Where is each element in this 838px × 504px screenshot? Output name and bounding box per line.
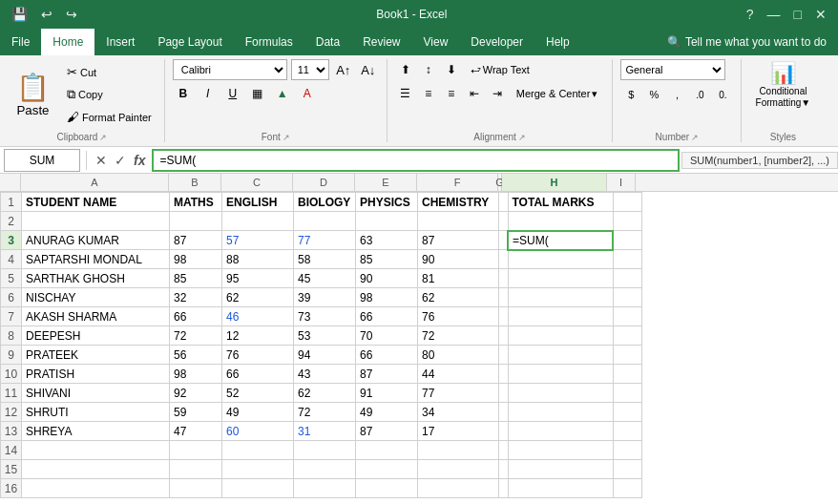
cell-H10[interactable] [508, 365, 613, 384]
decrease-decimal-button[interactable]: 0. [712, 84, 733, 105]
menu-view[interactable]: View [412, 29, 460, 55]
maximize-button[interactable]: □ [790, 5, 806, 24]
menu-developer[interactable]: Developer [459, 29, 534, 55]
col-header-d[interactable]: D [293, 174, 355, 191]
menu-data[interactable]: Data [304, 29, 351, 55]
cell-C13[interactable]: 60 [222, 422, 294, 441]
cell-C9[interactable]: 76 [222, 346, 294, 365]
font-name-select[interactable]: Calibri [173, 59, 287, 80]
cell-C16[interactable] [222, 479, 294, 498]
menu-search[interactable]: 🔍 Tell me what you want to do [656, 29, 838, 55]
cell-E8[interactable]: 70 [356, 326, 418, 346]
cell-B12[interactable]: 59 [170, 403, 222, 422]
cell-E16[interactable] [356, 479, 418, 498]
cell-B9[interactable]: 56 [170, 346, 222, 365]
cancel-formula-button[interactable]: ✕ [93, 151, 110, 170]
cell-D12[interactable]: 72 [294, 403, 356, 422]
cell-A11[interactable]: SHIVANI [22, 384, 170, 403]
align-bottom-button[interactable]: ⬇ [441, 59, 462, 80]
cell-E13[interactable]: 87 [356, 422, 418, 441]
cell-C11[interactable]: 52 [222, 384, 294, 403]
cell-A3[interactable]: ANURAG KUMAR [22, 231, 170, 250]
cell-F5[interactable]: 81 [418, 269, 499, 288]
cell-D11[interactable]: 62 [294, 384, 356, 403]
cell-I12[interactable] [613, 403, 641, 422]
cell-E11[interactable]: 91 [356, 384, 418, 403]
cell-B7[interactable]: 66 [170, 307, 222, 326]
cell-H14[interactable] [508, 441, 613, 460]
cell-E12[interactable]: 49 [356, 403, 418, 422]
cell-I10[interactable] [613, 365, 641, 384]
cell-G8[interactable] [499, 326, 509, 346]
cell-C15[interactable] [222, 460, 294, 479]
cell-H16[interactable] [508, 479, 613, 498]
font-expand-icon[interactable]: ↗ [283, 133, 290, 142]
cell-I15[interactable] [613, 460, 641, 479]
cell-H1[interactable]: TOTAL MARKS [508, 193, 613, 212]
align-middle-button[interactable]: ↕ [418, 59, 439, 80]
cell-C8[interactable]: 12 [222, 326, 294, 346]
format-painter-button[interactable]: 🖌 Format Painter [62, 107, 157, 127]
cell-I4[interactable] [613, 250, 641, 269]
cell-G14[interactable] [499, 441, 509, 460]
cell-I1[interactable] [613, 193, 641, 212]
cell-B8[interactable]: 72 [170, 326, 222, 346]
cell-E3[interactable]: 63 [356, 231, 418, 250]
increase-decimal-button[interactable]: .0 [689, 84, 710, 105]
menu-help[interactable]: Help [534, 29, 581, 55]
cell-F11[interactable]: 77 [418, 384, 499, 403]
cell-A16[interactable] [22, 479, 170, 498]
cell-C2[interactable] [222, 212, 294, 231]
cell-G13[interactable] [499, 422, 509, 441]
cell-D1[interactable]: BIOLOGY [294, 193, 356, 212]
cell-D3[interactable]: 77 [294, 231, 356, 250]
cell-B13[interactable]: 47 [170, 422, 222, 441]
cell-C7[interactable]: 46 [222, 307, 294, 326]
border-button[interactable]: ▦ [247, 83, 268, 104]
cell-F7[interactable]: 76 [418, 307, 499, 326]
cell-I11[interactable] [613, 384, 641, 403]
menu-formulas[interactable]: Formulas [234, 29, 304, 55]
number-expand-icon[interactable]: ↗ [691, 133, 699, 142]
col-header-h[interactable]: H [502, 174, 607, 191]
cell-H6[interactable] [508, 288, 613, 307]
cell-C10[interactable]: 66 [222, 365, 294, 384]
cell-D10[interactable]: 43 [294, 365, 356, 384]
menu-review[interactable]: Review [351, 29, 411, 55]
italic-button[interactable]: I [198, 83, 219, 104]
cell-H2[interactable] [508, 212, 613, 231]
cell-A8[interactable]: DEEPESH [22, 326, 170, 346]
cell-A2[interactable] [22, 212, 170, 231]
clipboard-expand-icon[interactable]: ↗ [99, 133, 107, 142]
cell-I16[interactable] [613, 479, 641, 498]
cell-B16[interactable] [170, 479, 222, 498]
cell-F1[interactable]: CHEMISTRY [418, 193, 499, 212]
cell-H3[interactable]: =SUM( [508, 231, 613, 250]
fill-color-button[interactable]: ▲ [272, 83, 293, 104]
col-header-e[interactable]: E [355, 174, 417, 191]
cell-E5[interactable]: 90 [356, 269, 418, 288]
cell-A7[interactable]: AKASH SHARMA [22, 307, 170, 326]
cell-C4[interactable]: 88 [222, 250, 294, 269]
cell-F16[interactable] [418, 479, 499, 498]
font-size-select[interactable]: 11 [291, 59, 329, 80]
cell-H12[interactable] [508, 403, 613, 422]
increase-font-button[interactable]: A↑ [333, 59, 354, 80]
cell-B2[interactable] [170, 212, 222, 231]
insert-function-button[interactable]: fx [131, 151, 148, 170]
cell-I6[interactable] [613, 288, 641, 307]
cell-D9[interactable]: 94 [294, 346, 356, 365]
accounting-button[interactable]: $ [620, 84, 641, 105]
cell-I8[interactable] [613, 326, 641, 346]
align-center-button[interactable]: ≡ [418, 83, 439, 104]
cut-button[interactable]: ✂ Cut [62, 62, 157, 82]
indent-decrease-button[interactable]: ⇤ [464, 83, 485, 104]
col-header-a[interactable]: A [21, 174, 169, 191]
cell-E14[interactable] [356, 441, 418, 460]
confirm-formula-button[interactable]: ✓ [112, 151, 129, 170]
cell-B15[interactable] [170, 460, 222, 479]
cell-F14[interactable] [418, 441, 499, 460]
cell-D16[interactable] [294, 479, 356, 498]
percent-button[interactable]: % [643, 84, 664, 105]
cell-H8[interactable] [508, 326, 613, 346]
